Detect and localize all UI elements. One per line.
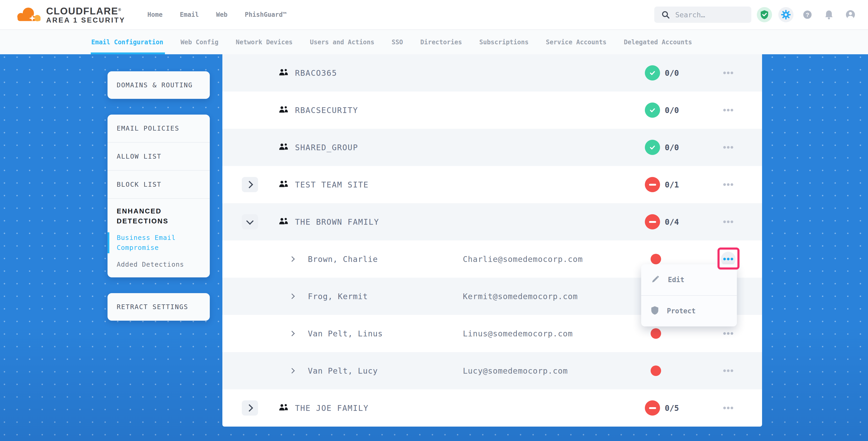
menu-item-edit[interactable]: Edit [641,264,737,295]
group-name: RBACO365 [295,68,337,77]
tab-email-configuration[interactable]: Email Configuration [91,30,163,54]
status-alert-badge [645,400,660,416]
group-name: THE BROWN FAMILY [295,217,379,226]
notifications-bell-icon[interactable] [821,7,837,22]
group-name: THE JOE FAMILY [295,404,369,413]
member-name: Frog, Kermit [308,292,368,301]
sidebar-item-domains-routing[interactable]: DOMAINS & ROUTING [107,71,210,99]
sidebar-item-block-list[interactable]: BLOCK LIST [107,170,210,198]
account-icon[interactable] [843,7,858,22]
member-name: Brown, Charlie [308,255,378,264]
nav-item-phishguard[interactable]: PhishGuard™ [245,11,286,18]
nav-item-email[interactable]: Email [180,11,199,18]
tab-delegated-accounts[interactable]: Delegated Accounts [624,30,692,54]
tab-subscriptions[interactable]: Subscriptions [479,30,529,54]
ellipsis-dot [727,183,730,186]
settings-gear-icon[interactable] [778,7,794,22]
status-ok-badge [645,65,660,81]
table-row-group-the-brown-family[interactable]: THE BROWN FAMILY0/4 [222,203,762,241]
sidebar-item-added-detections[interactable]: Added Detections [117,259,205,270]
chevron-right-icon [289,368,295,373]
row-actions-button[interactable] [721,103,736,118]
tab-service-accounts[interactable]: Service Accounts [546,30,607,54]
tab-network-devices[interactable]: Network Devices [236,30,293,54]
status-alert-dot [651,328,661,339]
tab-web-config[interactable]: Web Config [181,30,219,54]
sidebar: DOMAINS & ROUTINGEMAIL POLICIESALLOW LIS… [107,71,210,336]
search-input[interactable] [675,10,741,19]
status-ok-badge [645,102,660,118]
header-icons: ? [757,0,858,29]
table-row-group-the-joe-family[interactable]: THE JOE FAMILY0/5 [222,389,762,427]
page: CLOUDFLARE® AREA 1 SECURITY HomeEmailWeb… [0,0,868,441]
minus-icon [649,184,656,186]
ellipsis-dot [723,183,726,186]
group-icon [278,403,289,413]
expand-toggle-button[interactable] [242,400,258,416]
minus-icon [649,221,656,223]
sidebar-card: RETRACT SETTINGS [107,293,210,321]
chevron-down-icon [246,217,254,225]
group-icon [278,68,289,77]
shield-icon [641,306,659,316]
menu-item-label: Edit [668,276,684,284]
cloudflare-logo[interactable]: CLOUDFLARE® AREA 1 SECURITY [13,5,125,24]
table-row-group-shared-group[interactable]: SHARED_GROUP 0/0 [222,129,762,166]
tab-users-and-actions[interactable]: Users and Actions [310,30,374,54]
member-email: Lucy@somedemocorp.com [463,366,568,375]
nav-item-home[interactable]: Home [147,11,163,18]
ellipsis-dot [723,220,726,223]
sidebar-item-business-email-compromise[interactable]: Business Email Compromise [117,233,205,253]
row-actions-button[interactable] [721,215,736,229]
protection-count: 0/0 [665,106,679,115]
chevron-right-icon [246,404,253,412]
menu-item-label: Protect [667,307,696,315]
ellipsis-dot [727,146,730,149]
sidebar-card: EMAIL POLICIESALLOW LISTBLOCK LISTENHANC… [107,115,210,277]
sidebar-section-enhanced-detections: ENHANCED DETECTIONSBusiness Email Compro… [107,198,210,277]
search-icon [661,10,670,19]
sidebar-item-retract-settings[interactable]: RETRACT SETTINGS [107,293,210,321]
global-search[interactable] [654,6,751,23]
row-actions-button[interactable] [721,177,736,192]
chevron-right-icon [289,293,295,299]
status-alert-badge [645,214,660,229]
status-ok-badge [645,140,660,155]
svg-text:?: ? [806,11,809,18]
tab-sso[interactable]: SSO [392,30,403,54]
secondary-nav: Email ConfigurationWeb ConfigNetwork Dev… [0,30,868,54]
sidebar-item-allow-list[interactable]: ALLOW LIST [107,142,210,170]
ellipsis-dot [723,370,726,372]
sidebar-item-enhanced-detections[interactable]: ENHANCED DETECTIONS [117,206,205,226]
ellipsis-dot [731,146,733,149]
status-alert-dot [651,254,661,264]
group-icon [278,105,289,115]
table-row-group-rbaco365[interactable]: RBACO365 0/0 [222,54,762,92]
protection-count: 0/0 [665,68,679,77]
ellipsis-dot [731,220,733,223]
sidebar-item-email-policies[interactable]: EMAIL POLICIES [107,115,210,142]
member-email: Linus@somedemocorp.com [463,329,573,338]
row-actions-button[interactable] [721,66,736,80]
nav-item-web[interactable]: Web [216,11,227,18]
row-actions-button[interactable] [721,326,736,341]
menu-item-protect[interactable]: Protect [641,295,737,327]
ellipsis-dot [727,370,730,372]
table-row-member-van-pelt-lucy[interactable]: Van Pelt, LucyLucy@somedemocorp.com [222,352,762,389]
cloudflare-cloud-icon [13,6,43,23]
protection-count: 0/1 [665,180,679,189]
status-alert-badge [645,177,660,192]
expand-toggle-button[interactable] [242,214,258,229]
expand-toggle-button[interactable] [242,177,258,192]
tab-directories[interactable]: Directories [421,30,462,54]
security-status-shield-icon[interactable] [757,7,772,22]
table-row-group-test-team-site[interactable]: TEST TEAM SITE0/1 [222,166,762,203]
row-actions-button[interactable] [721,364,736,378]
help-icon[interactable]: ? [800,7,815,22]
row-actions-button[interactable] [721,140,736,155]
table-row-group-rbacsecurity[interactable]: RBACSECURITY 0/0 [222,92,762,129]
primary-nav: HomeEmailWebPhishGuard™ [147,11,286,18]
chevron-right-icon [246,181,253,188]
row-actions-button[interactable] [721,401,736,415]
sidebar-card: DOMAINS & ROUTING [107,71,210,99]
